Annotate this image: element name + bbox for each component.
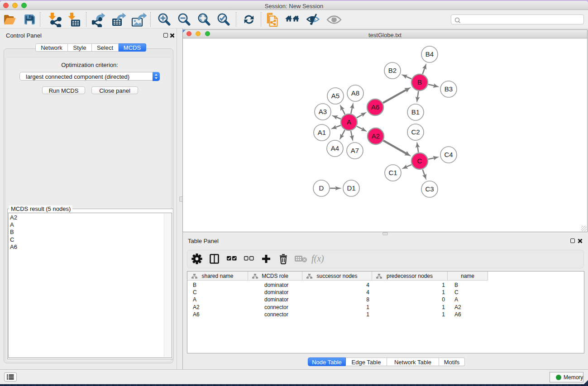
svg-text:B2: B2 [388, 67, 397, 74]
svg-text:B: B [417, 78, 422, 86]
svg-text:B3: B3 [445, 85, 453, 93]
svg-text:C2: C2 [411, 128, 420, 136]
svg-text:B1: B1 [411, 108, 420, 116]
svg-text:A3: A3 [319, 108, 327, 115]
svg-text:A: A [347, 118, 351, 126]
svg-text:B4: B4 [425, 50, 434, 58]
svg-text:C1: C1 [388, 169, 397, 176]
svg-text:D: D [319, 184, 324, 192]
svg-text:A6: A6 [371, 103, 379, 111]
svg-text:A1: A1 [318, 129, 326, 136]
svg-text:A2: A2 [372, 132, 380, 140]
svg-text:C3: C3 [425, 185, 434, 193]
svg-text:D1: D1 [347, 184, 355, 192]
svg-text:A4: A4 [331, 144, 339, 152]
svg-text:C4: C4 [444, 151, 453, 158]
svg-text:C: C [417, 157, 422, 165]
svg-text:A8: A8 [351, 89, 359, 97]
svg-text:A7: A7 [351, 147, 359, 154]
svg-text:A5: A5 [331, 92, 339, 100]
